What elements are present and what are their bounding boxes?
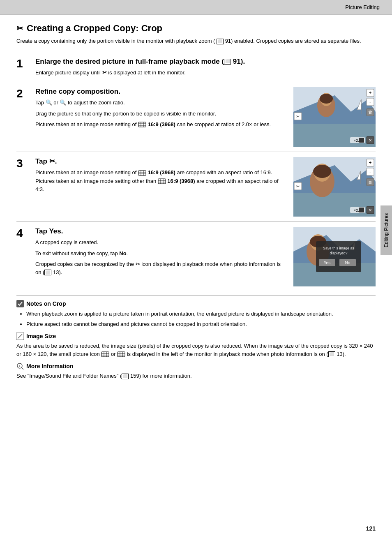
more-info-text: See "Image/Sound File and Folder Names" … [16,372,376,380]
step-1-number: 1 [16,57,29,69]
svg-rect-42 [293,193,376,217]
svg-rect-78 [16,300,24,307]
step-4-para3: Cropped copies can be recognized by the … [35,260,287,277]
step-4-content: Tap Yes. A cropped copy is created. To e… [35,227,376,286]
checkmark-icon [16,300,24,307]
ref-13-s4: ⬜ [44,270,51,275]
step-2-para3: Pictures taken at an image mode setting … [35,120,287,129]
svg-rect-27 [359,138,364,143]
svg-point-12 [320,94,333,104]
note-item-1: When playback zoom is applied to a pictu… [26,310,376,318]
svg-text:No: No [345,261,350,265]
svg-text:⊞: ⊞ [369,180,372,185]
side-tab: Editing Pictures [380,205,392,255]
step-3-heading: Tap ✂. [35,157,287,166]
step-2-para1: Tap 🔍 or 🔍 to adjust the zoom ratio. [35,99,287,107]
svg-rect-28 [138,171,146,175]
svg-text:-: - [369,169,371,175]
grid-icon-s2 [138,122,146,127]
crop-icon: ✂ [16,23,23,33]
notes-section: Notes on Crop When playback zoom is appl… [16,295,376,328]
step-4-layout: Tap Yes. A cropped copy is created. To e… [35,227,376,286]
small-pic-icon-2 [117,351,125,357]
svg-rect-60 [359,208,364,212]
step-3-bold2: 16:9 (3968) [167,178,195,184]
ref-13-imgsize: ⬜ [328,351,335,357]
svg-text:displayed?: displayed? [330,251,347,255]
step-4: 4 Tap Yes. A cropped copy is created. To… [16,222,376,291]
pencil-icon [16,332,24,340]
step-4-text: Tap Yes. A cropped copy is created. To e… [35,227,287,286]
page-main-title: Creating a Cropped Copy: Crop [27,23,162,34]
image-size-section: Image Size As the area to be saved is re… [16,332,376,358]
step-3: 3 Tap ✂. Pictures taken at an image mode… [16,152,376,222]
svg-rect-33 [158,179,166,184]
step-2-content: Refine copy composition. Tap 🔍 or 🔍 to a… [35,87,376,147]
grid-icon-s3 [138,170,146,176]
monitor-step3: + - ⊞ ✕ ✂ [293,157,376,217]
svg-text:✂: ✂ [296,184,300,189]
ref-91-s1: ⬜ [224,59,231,65]
step-3-text: Tap ✂. Pictures taken at an image mode s… [35,157,287,217]
step-4-heading: Tap Yes. [35,227,287,236]
step-1-heading: Enlarge the desired picture in full-fram… [35,57,376,66]
monitor-step2: + - 🗑 ✕ ✂ [293,87,376,147]
ref-91-intro: ⬜ [217,39,224,44]
svg-text:+: + [369,90,371,96]
step-2-para2: Drag the picture so that only the portio… [35,110,287,118]
step-2-layout: Refine copy composition. Tap 🔍 or 🔍 to a… [35,87,376,147]
note-item-2: Picture aspect ratio cannot be changed a… [26,320,376,328]
page-header: Picture Editing [0,0,392,15]
svg-rect-87 [118,352,125,357]
grid-icon-s3b [158,178,166,184]
step-4-number: 4 [16,227,29,239]
step-4-image: Save this image as displayed? Yes No [293,227,376,286]
step-3-bold1: 16:9 (3968) [148,169,175,175]
step-1-body: Enlarge picture display until ✂ is displ… [35,69,376,77]
svg-text:Yes: Yes [324,261,330,265]
svg-text:Save this image as: Save this image as [323,246,355,250]
svg-rect-0 [138,122,146,127]
more-info-heading: + More Information [16,362,376,370]
svg-text:🗑: 🗑 [368,110,373,115]
step-2-number: 2 [16,87,29,99]
magnify-icon: + [16,362,24,370]
step-3-para1: Pictures taken at an image mode setting … [35,168,287,193]
page-number: 121 [366,525,376,532]
notes-heading: Notes on Crop [16,300,376,307]
svg-rect-9 [293,124,376,147]
svg-text:✂: ✂ [296,114,300,119]
step-4-para2: To exit without saving the copy, tap No. [35,249,287,258]
svg-point-45 [313,165,331,178]
notes-list: When playback zoom is applied to a pictu… [16,310,376,328]
svg-text:+: + [369,160,371,166]
monitor-svg-step3: + - ⊞ ✕ ✂ [293,157,376,217]
step-2-heading: Refine copy composition. [35,87,287,96]
svg-text:-: - [369,99,371,105]
small-pic-icon-1 [101,351,109,357]
svg-text:+: + [18,364,21,368]
main-content: ✂ Creating a Cropped Copy: Crop Create a… [0,15,392,388]
step-3-image: + - ⊞ ✕ ✂ [293,157,376,217]
step-2: 2 Refine copy composition. Tap 🔍 or 🔍 to… [16,82,376,152]
step-4-para1: A cropped copy is created. [35,238,287,247]
svg-text:✕: ✕ [369,138,372,143]
monitor-step4: Save this image as displayed? Yes No [293,227,376,286]
intro-text: Create a copy containing only the portio… [16,37,376,45]
step-1-content: Enlarge the desired picture in full-fram… [35,57,376,77]
step-1: 1 Enlarge the desired picture in full-fr… [16,52,376,82]
monitor-svg-step4: Save this image as displayed? Yes No [293,227,376,286]
image-size-text: As the area to be saved is reduced, the … [16,342,376,358]
step-3-number: 3 [16,157,29,169]
step-3-content: Tap ✂. Pictures taken at an image mode s… [35,157,376,217]
step-2-image: + - 🗑 ✕ ✂ [293,87,376,147]
step-3-layout: Tap ✂. Pictures taken at an image mode s… [35,157,376,217]
svg-line-93 [22,367,24,369]
image-size-heading: Image Size [16,332,376,340]
page-title-section: ✂ Creating a Cropped Copy: Crop [16,23,376,34]
svg-text:✕: ✕ [369,208,372,212]
header-title: Picture Editing [345,4,380,10]
svg-rect-82 [101,352,109,357]
step-2-bold: 16:9 (3968) [148,121,175,127]
monitor-svg-step2: + - 🗑 ✕ ✂ [293,87,376,147]
